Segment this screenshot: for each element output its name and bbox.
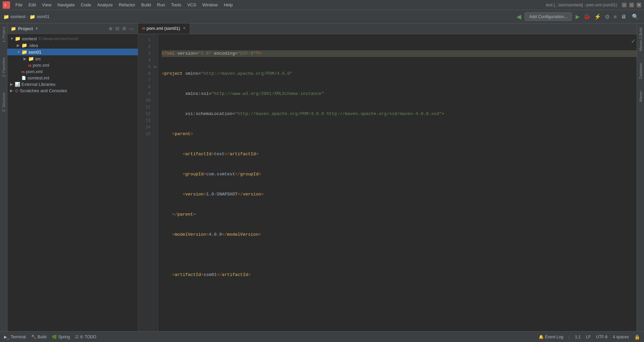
project-tree: ▼ 📁 ssmtest E:\ideaproject\ssm\ssmt ▶ 📁 …: [7, 34, 138, 331]
gutter-13: [154, 117, 158, 124]
text-7: com.ssmtest: [206, 171, 235, 178]
left-sidebar-strip: 1: Project 2: Favorites Z: Structure: [0, 23, 7, 331]
minimize-panel-button[interactable]: —: [128, 25, 135, 32]
run-button[interactable]: ▶: [574, 12, 581, 21]
right-tab-maven[interactable]: Maven: [638, 88, 644, 105]
build-label: Build: [38, 335, 47, 339]
collapse-all-button[interactable]: ⊟: [115, 25, 120, 32]
build-button[interactable]: 🖥: [619, 12, 628, 21]
expand-icon-idea: ▶: [17, 43, 21, 48]
tree-label-scratches: Scratches and Consoles: [20, 88, 67, 93]
stop-button[interactable]: ■: [612, 12, 619, 21]
line-num-10: 10: [141, 97, 152, 104]
tree-item-scratches[interactable]: ▶ ⊙ Scratches and Consoles: [7, 88, 138, 94]
close-button[interactable]: ✕: [637, 3, 641, 7]
gutter-11: [154, 104, 158, 111]
line-num-12: 12: [141, 111, 152, 117]
menu-navigate[interactable]: Navigate: [55, 1, 77, 8]
search-everywhere-button[interactable]: 🔍: [630, 12, 641, 21]
tag-name-12: artifactId: [175, 272, 201, 278]
breadcrumb-child[interactable]: ssm01: [37, 14, 49, 19]
cursor-position[interactable]: 1:1: [575, 335, 581, 339]
menu-vcs[interactable]: VCS: [184, 1, 199, 8]
menu-code[interactable]: Code: [78, 1, 94, 8]
encoding[interactable]: UTF-8: [596, 335, 607, 339]
profiler-button[interactable]: ⊙: [603, 12, 611, 21]
right-tab-maven-build[interactable]: Maven-2 Build: [638, 25, 644, 54]
menu-analyze[interactable]: Analyze: [95, 1, 115, 8]
coverage-button[interactable]: ⚡: [593, 12, 603, 21]
add-configuration-button[interactable]: Add Configuration...: [525, 12, 572, 21]
main-layout: 1: Project 2: Favorites Z: Structure 📁 P…: [0, 23, 644, 331]
tag-name-7: groupId: [185, 171, 204, 178]
expand-icon-src: ▶: [23, 57, 28, 61]
tab-close-button[interactable]: ✕: [183, 26, 186, 31]
editor-tab-pom[interactable]: m pom.xml (ssm01) ✕: [138, 23, 190, 34]
gutter-14: [154, 124, 158, 131]
sidebar-item-project[interactable]: 1: Project: [1, 25, 6, 44]
sidebar-item-favorites[interactable]: 2: Favorites: [1, 56, 6, 79]
terminal-button[interactable]: ▶_ Terminal: [4, 335, 26, 339]
etag-close-9: >: [193, 211, 196, 218]
pi-open: <?xml: [162, 50, 177, 57]
menu-run[interactable]: Run: [154, 1, 168, 8]
navigate-back-button[interactable]: ◀: [515, 12, 523, 22]
tree-item-ssm01[interactable]: ▼ 📁 ssm01: [7, 49, 138, 55]
spring-icon: 🌿: [52, 335, 57, 339]
tree-item-idea[interactable]: ▶ 📁 .idea: [7, 42, 138, 49]
expand-icon: ▼: [10, 37, 14, 41]
add-scope-button[interactable]: ⊕: [108, 25, 113, 32]
settings-button[interactable]: ⚙: [121, 25, 127, 32]
pi-val-encoding: "UTF-8": [237, 50, 256, 57]
right-tab-database[interactable]: Database: [638, 60, 644, 81]
project-dropdown-icon[interactable]: ▼: [35, 26, 39, 31]
debug-button[interactable]: 🐞: [582, 12, 592, 21]
todo-button[interactable]: ☑ 6: TODO: [75, 335, 96, 339]
etag-close-6: >: [256, 151, 259, 158]
menu-window[interactable]: Window: [200, 1, 220, 8]
line-ending[interactable]: LF: [586, 335, 591, 339]
gutter-5: m↑: [154, 64, 158, 70]
sidebar-item-structure[interactable]: Z: Structure: [1, 91, 6, 114]
menu-view[interactable]: View: [39, 1, 54, 8]
spring-button[interactable]: 🌿 Spring: [52, 335, 70, 339]
event-log-button[interactable]: 🔔 Event Log: [539, 335, 563, 339]
tree-item-pom-root[interactable]: m pom.xml: [7, 68, 138, 75]
tree-item-ssmtest[interactable]: ▼ 📁 ssmtest E:\ideaproject\ssm\ssmt: [7, 35, 138, 42]
tag-open-5: <: [172, 131, 175, 137]
tree-label-pom-ssm01: pom.xml: [33, 63, 49, 68]
menu-file[interactable]: File: [13, 1, 25, 8]
line-num-7: 7: [141, 77, 152, 84]
code-line-12: <artifactId>ssm01</artifactId>: [162, 272, 637, 278]
code-content[interactable]: <?xml version="1.0" encoding="UTF-8"?> <…: [158, 34, 637, 331]
project-panel: 📁 Project ▼ ⊕ ⊟ ⚙ — ▼ 📁 ssmtest E:\ideap…: [7, 23, 138, 331]
tree-item-ext-libs[interactable]: ▶ 📊 External Libraries: [7, 81, 138, 88]
text-indent-7: [162, 171, 182, 178]
iml-icon: 📄: [21, 76, 26, 80]
menu-refactor[interactable]: Refactor: [116, 1, 138, 8]
menu-help[interactable]: Help: [221, 1, 235, 8]
menu-tools[interactable]: Tools: [168, 1, 184, 8]
tag-close-5: >: [191, 131, 193, 137]
tree-item-ssmtest-iml[interactable]: 📄 ssmtest.iml: [7, 75, 138, 81]
breadcrumb-root[interactable]: ssmtest: [10, 14, 25, 19]
text-10: 4.0.0: [209, 231, 222, 238]
notifications[interactable]: 🔒: [634, 334, 640, 340]
tree-item-src[interactable]: ▶ 📁 src: [7, 55, 138, 62]
event-log-label: Event Log: [545, 335, 563, 339]
pi-attr-version: version=: [177, 50, 198, 57]
menu-edit[interactable]: Edit: [26, 1, 39, 8]
folder-icon: 📁: [3, 14, 9, 19]
tag-open-10: <: [172, 231, 175, 238]
minimize-button[interactable]: ─: [622, 3, 627, 7]
tree-item-pom-ssm01[interactable]: m pom.xml: [7, 62, 138, 68]
maximize-button[interactable]: □: [629, 3, 634, 7]
code-editor[interactable]: 1 2 3 4 5 6 7 8 9 10 11 12 13 14 15: [138, 34, 637, 331]
code-line-2: <project xmlns="http://maven.apache.org/…: [162, 70, 637, 77]
menu-build[interactable]: Build: [139, 1, 154, 8]
indent[interactable]: 4 spaces: [613, 335, 629, 339]
build-button[interactable]: 🔨 Build: [31, 335, 47, 339]
xml-icon-ssm01: m: [28, 63, 32, 67]
breadcrumb: 📁 ssmtest › 📁 ssm01: [3, 14, 49, 19]
text-indent-8: [162, 191, 182, 198]
